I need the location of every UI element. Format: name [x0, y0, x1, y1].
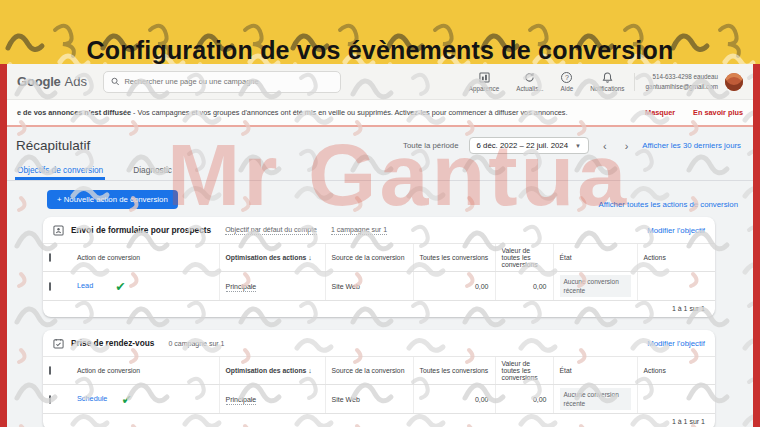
all-conversions-value: 0,00: [413, 385, 495, 414]
col-optimisation[interactable]: Optimisation des actions ↓: [219, 244, 325, 272]
nav-label: Aide: [561, 85, 574, 92]
tabs: Objectifs de conversion Diagnostic: [7, 160, 753, 181]
conversion-cards: Envoi de formulaire pour prospects Objec…: [7, 214, 753, 427]
row-checkbox[interactable]: [49, 282, 51, 291]
right-red-border: [753, 64, 760, 427]
google-ads-screen: Google Ads Apparence Actualis... ?: [7, 64, 753, 427]
card-prise-de-rendez-vous: Prise de rendez-vous 0 campagne sur 1 Mo…: [43, 330, 715, 427]
green-checkmark-icon: ✔: [115, 280, 125, 294]
appbar-divider: [634, 73, 635, 91]
all-conversions-value: 0,00: [413, 272, 495, 301]
alert-bar: e de vos annonces n'est diffusée - Vos c…: [7, 100, 753, 127]
card-envoi-formulaire: Envoi de formulaire pour prospects Objec…: [43, 217, 715, 317]
help-icon: ?: [561, 72, 572, 83]
account-info: 514-633-4298 eaudeau gantuamihise@gmail.…: [645, 72, 718, 92]
conversion-table: Action de conversion Optimisation des ac…: [43, 356, 715, 413]
optimisation-value[interactable]: Principale: [226, 396, 257, 405]
learn-more-link[interactable]: En savoir plus: [693, 108, 743, 117]
row-checkbox[interactable]: [49, 395, 51, 404]
sort-descending-icon: ↓: [308, 367, 312, 374]
show-all-conversion-actions-link[interactable]: Afficher toutes les actions de conversio…: [599, 200, 738, 209]
alert-text-bold: e de vos annonces n'est diffusée: [17, 108, 131, 117]
next-period-button[interactable]: ›: [621, 140, 633, 152]
source-value: Site Web: [325, 272, 413, 301]
col-valeur-conversions[interactable]: Valeur de toutes les conversions: [495, 244, 553, 272]
col-etat[interactable]: État: [553, 357, 637, 385]
table-header-row: Action de conversion Optimisation des ac…: [43, 244, 715, 272]
card-header: Prise de rendez-vous 0 campagne sur 1 Mo…: [43, 330, 715, 356]
card-title: Prise de rendez-vous: [71, 338, 154, 348]
col-valeur-conversions[interactable]: Valeur de toutes les conversions: [495, 357, 553, 385]
col-action-de-conversion[interactable]: Action de conversion: [71, 244, 219, 272]
nav-label: Apparence: [469, 85, 499, 92]
nav-label: Notifications: [590, 85, 624, 92]
avatar[interactable]: [725, 73, 743, 91]
col-action-de-conversion[interactable]: Action de conversion: [71, 357, 219, 385]
default-goal-link[interactable]: Objectif par défaut du compte: [225, 226, 317, 235]
col-actions[interactable]: Actions: [637, 244, 715, 272]
col-source[interactable]: Source de la conversion: [325, 244, 413, 272]
col-etat[interactable]: État: [553, 244, 637, 272]
search-input[interactable]: [124, 77, 333, 86]
appearance-icon: [479, 72, 490, 83]
pagination: 1 à 1 sur 1: [43, 413, 715, 427]
select-all-checkbox[interactable]: [49, 366, 51, 375]
tab-objectifs-de-conversion[interactable]: Objectifs de conversion: [15, 160, 105, 180]
refresh-icon: [524, 72, 535, 83]
nav-item-aide[interactable]: ? Aide: [561, 72, 574, 92]
search-icon: [111, 77, 119, 86]
col-optimisation[interactable]: Optimisation des actions ↓: [219, 357, 325, 385]
account-phone-name: 514-633-4298 eaudeau: [645, 72, 718, 82]
bell-icon: [602, 72, 613, 83]
row-actions-cell: [637, 272, 715, 301]
logo-ads-text: Ads: [65, 74, 87, 89]
card-title: Envoi de formulaire pour prospects: [71, 225, 211, 235]
nav-label: Actualis...: [516, 85, 543, 92]
edit-goal-link[interactable]: Modifier l'objectif: [647, 339, 705, 348]
search-box[interactable]: [103, 71, 341, 93]
summary-toolbar: Récapitulatif Toute la période 6 déc. 20…: [7, 127, 753, 158]
col-toutes-conversions[interactable]: Toutes les conversions: [413, 357, 495, 385]
status-badge: Aucune conversion récente: [560, 275, 631, 297]
col-source[interactable]: Source de la conversion: [325, 357, 413, 385]
source-value: Site Web: [325, 385, 413, 414]
card-header: Envoi de formulaire pour prospects Objec…: [43, 217, 715, 243]
lead-form-icon: [53, 225, 64, 236]
hide-alert-link[interactable]: Masquer: [645, 108, 675, 117]
table-header-row: Action de conversion Optimisation des ac…: [43, 357, 715, 385]
optimisation-value[interactable]: Principale: [226, 283, 257, 292]
alert-text-rest: - Vos campagnes et vos groupes d'annonce…: [131, 108, 567, 117]
campaigns-count-link[interactable]: 1 campagne sur 1: [331, 226, 387, 235]
actions-row: + Nouvelle action de conversion Afficher…: [7, 181, 753, 214]
conversion-table: Action de conversion Optimisation des ac…: [43, 243, 715, 300]
page-title: Récapitulatif: [16, 138, 90, 153]
previous-period-button[interactable]: ‹: [599, 140, 611, 152]
edit-goal-link[interactable]: Modifier l'objectif: [647, 226, 705, 235]
status-badge: Aucune conversion récente: [560, 388, 631, 410]
sort-descending-icon: ↓: [308, 254, 312, 261]
conversion-action-link[interactable]: Schedule: [77, 394, 107, 403]
chevron-down-icon: ▼: [575, 143, 581, 149]
nav-item-apparence[interactable]: Apparence: [469, 72, 499, 92]
nav-item-actualiser[interactable]: Actualis...: [516, 72, 543, 92]
app-bar: Google Ads Apparence Actualis... ?: [7, 64, 753, 100]
new-conversion-action-button[interactable]: + Nouvelle action de conversion: [47, 190, 178, 209]
conversions-value: 0,00: [495, 385, 553, 414]
account-email: gantuamihise@gmail.com: [645, 82, 718, 92]
date-range-picker[interactable]: 6 déc. 2022 – 22 juil. 2024 ▼: [469, 137, 589, 154]
tab-diagnostic[interactable]: Diagnostic: [131, 160, 174, 180]
col-actions[interactable]: Actions: [637, 357, 715, 385]
show-last-30-days-link[interactable]: Afficher les 30 derniers jours: [642, 141, 741, 150]
logo-google-text: Google: [17, 74, 61, 89]
conversion-action-link[interactable]: Lead: [77, 281, 93, 290]
screenshot-frame: Google Ads Apparence Actualis... ?: [0, 64, 760, 427]
table-row: Schedule✔ Principale Site Web 0,00 0,00 …: [43, 385, 715, 414]
conversions-value: 0,00: [495, 272, 553, 301]
row-actions-cell: [637, 385, 715, 414]
left-red-border: [0, 64, 7, 427]
col-toutes-conversions[interactable]: Toutes les conversions: [413, 244, 495, 272]
campaigns-count-label: 0 campagne sur 1: [168, 340, 224, 347]
select-all-checkbox[interactable]: [49, 253, 51, 262]
table-row: Lead✔ Principale Site Web 0,00 0,00 Aucu…: [43, 272, 715, 301]
nav-item-notifications[interactable]: Notifications: [590, 72, 624, 92]
